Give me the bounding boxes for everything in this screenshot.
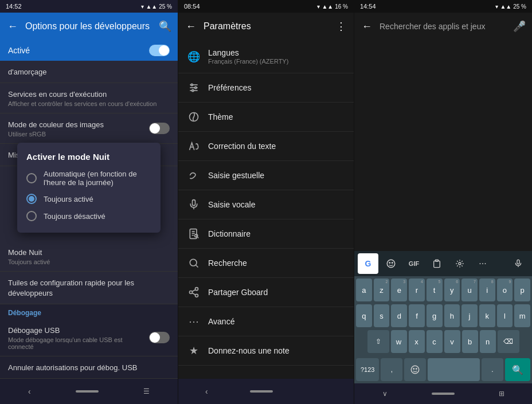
dictionnaire-title: Dictionnaire (208, 229, 345, 238)
period-key[interactable]: . (482, 358, 503, 381)
gesture-icon (187, 169, 200, 182)
svg-point-3 (191, 84, 193, 85)
svg-rect-29 (517, 260, 519, 264)
key-n[interactable]: n (480, 330, 496, 353)
saisie-vocale-title: Saisie vocale (208, 200, 345, 209)
key-d[interactable]: d (391, 304, 407, 327)
settings-row-dictionnaire[interactable]: Dictionnaire (178, 219, 354, 249)
key-s[interactable]: s (374, 304, 390, 327)
menu-button-2[interactable]: ⋮ (334, 19, 348, 33)
key-c[interactable]: c (427, 330, 443, 353)
radio-always-on[interactable]: Toujours activé (26, 194, 151, 204)
svg-point-19 (190, 291, 193, 294)
google-g-button[interactable]: G (358, 253, 378, 274)
theme-icon (187, 111, 200, 123)
down-nav-3[interactable]: ∨ (371, 385, 399, 402)
settings-row-note[interactable]: ★ Donnez-nous une note (178, 336, 354, 366)
shift-key[interactable]: ⇧ (367, 330, 389, 353)
time-3: 14:54 (360, 3, 376, 10)
mic-button-3[interactable]: 🎤 (513, 19, 526, 33)
gesture-title: Saisie gestuelle (208, 171, 345, 180)
key-v[interactable]: v (444, 330, 460, 353)
radio-automatic[interactable]: Automatique (en fonction de l'heure de l… (26, 170, 151, 187)
settings-row-langues[interactable]: 🌐 Langues Français (France) (AZERTY) (178, 40, 354, 73)
search-enter-key[interactable]: 🔍 (505, 358, 530, 381)
key-y[interactable]: y6 (444, 279, 460, 301)
backspace-key[interactable]: ⌫ (498, 330, 519, 353)
search-top-bar: ← Rechercher des applis et jeux 🎤 (354, 13, 532, 40)
battery-3: 25 % (513, 3, 526, 10)
radio-always-off[interactable]: Toujours désactivé (26, 211, 151, 221)
grid-nav-3[interactable]: ⊞ (487, 385, 516, 402)
symbols-key[interactable]: ?123 (356, 358, 379, 381)
svg-line-22 (192, 289, 195, 291)
key-b[interactable]: b (462, 330, 478, 353)
settings-row-recherche[interactable]: Recherche (178, 249, 354, 278)
key-m[interactable]: m (514, 304, 530, 327)
svg-point-25 (392, 262, 393, 264)
svg-point-5 (192, 89, 194, 91)
back-button-3[interactable]: ← (360, 19, 374, 33)
settings-row-saisie-vocale[interactable]: Saisie vocale (178, 190, 354, 219)
theme-title: Thème (208, 112, 345, 121)
back-button-2[interactable]: ← (184, 19, 198, 33)
emoji-key[interactable] (404, 358, 426, 381)
home-indicator-3[interactable] (432, 393, 455, 395)
modal-overlay: Activer le mode Nuit Automatique (en fon… (0, 0, 178, 375)
emoji-toolbar-button[interactable] (381, 253, 401, 274)
settings-row-preferences[interactable]: Préférences (178, 73, 354, 103)
back-nav-1[interactable]: ‹ (17, 382, 42, 401)
search-field[interactable]: Rechercher des applis et jeux (380, 22, 507, 31)
key-x[interactable]: x (409, 330, 425, 353)
svg-point-32 (413, 368, 414, 370)
bottom-nav-1: ‹ ☰ (0, 379, 178, 404)
settings-row-theme[interactable]: Thème (178, 103, 354, 132)
avance-title: Avancé (208, 317, 345, 326)
key-p[interactable]: p (514, 279, 530, 301)
key-l[interactable]: l (497, 304, 513, 327)
status-bar-2: 08:54 ▾ ▲▲ 16 % (178, 0, 354, 13)
gif-button[interactable]: GIF (404, 253, 424, 274)
globe-icon: 🌐 (187, 50, 200, 63)
key-o[interactable]: o9 (497, 279, 513, 301)
langues-subtitle: Français (France) (AZERTY) (208, 58, 345, 65)
key-t[interactable]: t5 (427, 279, 443, 301)
key-g[interactable]: g (427, 304, 443, 327)
settings-row-partager[interactable]: Partager Gboard (178, 278, 354, 307)
more-button[interactable]: ··· (472, 253, 493, 274)
key-z[interactable]: z2 (374, 279, 390, 301)
settings-keyboard-button[interactable] (449, 253, 470, 274)
key-h[interactable]: h (444, 304, 460, 327)
key-f[interactable]: f (409, 304, 425, 327)
key-r[interactable]: r4 (409, 279, 425, 301)
settings-row-avance[interactable]: ⋯ Avancé (178, 307, 354, 336)
svg-point-23 (387, 260, 395, 268)
key-k[interactable]: k (479, 304, 495, 327)
svg-rect-27 (434, 261, 440, 267)
panel-settings: 08:54 ▾ ▲▲ 16 % ← Paramètres ⋮ 🌐 Langues… (178, 0, 354, 404)
settings-row-correction[interactable]: Correction du texte (178, 132, 354, 161)
key-a[interactable]: a (356, 279, 372, 301)
back-nav-2[interactable]: ‹ (194, 382, 220, 401)
mic-keyboard-button[interactable] (508, 253, 529, 274)
partager-title: Partager Gboard (208, 288, 345, 297)
recents-nav-1[interactable]: ☰ (132, 383, 161, 400)
key-i[interactable]: i8 (479, 279, 495, 301)
key-w[interactable]: w (391, 330, 407, 353)
svg-point-18 (195, 288, 198, 291)
comma-key[interactable]: , (381, 358, 402, 381)
key-q[interactable]: q (356, 304, 372, 327)
key-u[interactable]: u7 (461, 279, 478, 301)
key-j[interactable]: j (461, 304, 478, 327)
recherche-title: Recherche (208, 258, 345, 268)
settings-row-saisie-gestuelle[interactable]: Saisie gestuelle (178, 161, 354, 190)
key-e[interactable]: e3 (391, 279, 407, 301)
clipboard-button[interactable] (427, 253, 447, 274)
home-indicator-1[interactable] (76, 390, 99, 393)
panel-developer-options: 14:52 ▾ ▲▲ 25 % ← Options pour les dével… (0, 0, 178, 404)
home-indicator-2[interactable] (250, 390, 273, 393)
space-key[interactable] (428, 358, 480, 381)
wifi-icon-3: ▾ (495, 3, 498, 10)
svg-point-33 (416, 368, 417, 370)
svg-point-20 (195, 294, 198, 297)
